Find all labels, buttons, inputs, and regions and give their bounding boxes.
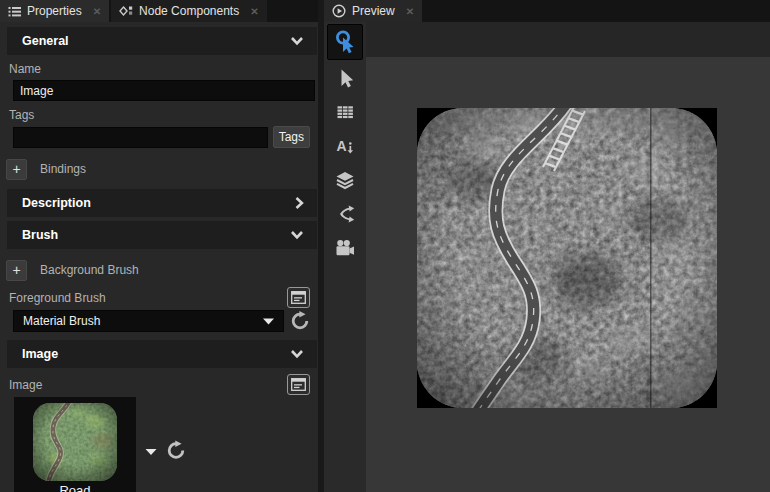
text-analyze-icon: A	[333, 134, 357, 158]
layers-icon	[333, 168, 357, 192]
chevron-down-icon	[289, 229, 305, 241]
open-brush-editor-button[interactable]	[287, 287, 310, 308]
image-property-row: Image	[9, 374, 310, 395]
svg-text:A: A	[337, 138, 347, 154]
video-camera-icon	[333, 236, 357, 260]
section-header-general[interactable]: General	[7, 27, 317, 55]
properties-panel: Properties ✕ Node Components ✕ General	[0, 0, 318, 492]
open-image-editor-button[interactable]	[287, 374, 310, 395]
tags-button[interactable]: Tags	[273, 126, 310, 148]
dropdown-caret-icon	[263, 318, 274, 325]
image-dropdown-caret-icon[interactable]	[145, 442, 157, 460]
section-header-brush[interactable]: Brush	[7, 221, 317, 249]
close-icon[interactable]: ✕	[250, 6, 258, 17]
reset-arrow-icon	[166, 440, 186, 461]
section-title: General	[22, 34, 69, 48]
window-icon	[291, 291, 306, 304]
foreground-brush-dropdown-row: Material Brush	[13, 310, 310, 332]
reset-arrow-icon	[290, 311, 310, 331]
properties-body: General Name Tags Tags + Bindings Descri…	[0, 22, 318, 492]
preview-topbar	[366, 22, 770, 57]
image-label: Image	[9, 378, 42, 392]
close-icon[interactable]: ✕	[406, 6, 414, 17]
section-header-image[interactable]: Image	[7, 340, 317, 368]
preview-rendered-image[interactable]	[417, 108, 717, 408]
tab-properties[interactable]: Properties ✕	[0, 0, 109, 22]
component-icon	[119, 5, 133, 18]
grid-icon	[333, 100, 357, 124]
background-brush-label: Background Brush	[40, 263, 139, 277]
preview-body: A	[324, 22, 770, 492]
image-value-controls	[145, 441, 186, 461]
reset-brush-button[interactable]	[290, 311, 310, 331]
foreground-brush-dropdown[interactable]: Material Brush	[13, 310, 284, 332]
reset-image-button[interactable]	[166, 441, 186, 461]
tags-row: Tags	[13, 126, 310, 148]
thumbnail-caption: Road	[59, 483, 90, 492]
tab-label: Preview	[352, 4, 395, 18]
tab-label: Node Components	[139, 4, 239, 18]
preview-stage[interactable]	[366, 57, 770, 492]
image-thumbnail-panel[interactable]: Road	[14, 397, 136, 492]
road-thumbnail-image	[33, 403, 117, 481]
record-video-tool-button[interactable]	[327, 231, 363, 265]
branch-arrows-icon	[333, 202, 357, 226]
section-title: Image	[22, 347, 58, 361]
interact-tool-button[interactable]	[327, 24, 363, 60]
preview-tabstrip: Preview ✕	[324, 0, 770, 22]
foreground-brush-row: Foreground Brush	[9, 287, 310, 308]
tags-input[interactable]	[13, 127, 268, 148]
chevron-down-icon	[289, 348, 305, 360]
grid-tool-button[interactable]	[327, 95, 363, 129]
add-background-brush-button[interactable]: +	[6, 260, 27, 281]
arrow-cursor-icon	[333, 66, 357, 90]
close-icon[interactable]: ✕	[93, 6, 101, 17]
tab-label: Properties	[27, 4, 82, 18]
background-brush-row: + Background Brush	[6, 259, 318, 281]
dropdown-value: Material Brush	[23, 314, 100, 328]
preview-pane: Preview ✕	[324, 0, 770, 492]
chevron-right-icon	[293, 195, 305, 211]
image-thumbnail-row: Road	[14, 397, 318, 492]
interact-cursor-icon	[332, 29, 358, 55]
section-header-description[interactable]: Description	[7, 189, 317, 217]
tab-node-components[interactable]: Node Components ✕	[111, 0, 266, 22]
name-label: Name	[9, 62, 318, 76]
add-binding-button[interactable]: +	[6, 159, 27, 180]
road-preview-image	[417, 108, 717, 408]
text-tool-button[interactable]: A	[327, 129, 363, 163]
connections-tool-button[interactable]	[327, 197, 363, 231]
section-title: Brush	[22, 228, 58, 242]
preview-toolbar: A	[324, 22, 366, 492]
bindings-row: + Bindings	[6, 158, 318, 180]
layers-tool-button[interactable]	[327, 163, 363, 197]
app-window: Properties ✕ Node Components ✕ General	[0, 0, 770, 492]
select-tool-button[interactable]	[327, 61, 363, 95]
play-circle-icon	[332, 4, 346, 18]
left-tabstrip: Properties ✕ Node Components ✕	[0, 0, 318, 22]
tags-label: Tags	[9, 108, 318, 122]
tab-preview[interactable]: Preview ✕	[324, 0, 422, 22]
foreground-brush-label: Foreground Brush	[9, 291, 106, 305]
list-icon	[8, 5, 21, 18]
window-icon	[291, 378, 306, 391]
preview-main	[366, 22, 770, 492]
bindings-label: Bindings	[40, 162, 86, 176]
name-input[interactable]	[13, 80, 315, 101]
chevron-down-icon	[289, 35, 305, 47]
section-title: Description	[22, 196, 91, 210]
